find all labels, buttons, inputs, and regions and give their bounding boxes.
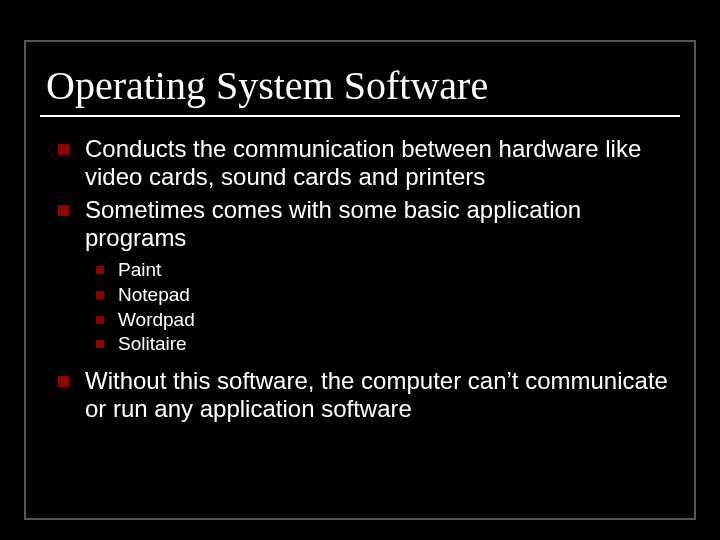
slide-title: Operating System Software — [40, 62, 680, 109]
sub-bullet-text: Notepad — [118, 283, 670, 308]
square-bullet-icon — [58, 205, 69, 216]
sub-bullet-text: Wordpad — [118, 308, 670, 333]
sub-bullet-text: Solitaire — [118, 332, 670, 357]
sub-bullet-list: Paint Notepad Wordpad Solitaire — [40, 258, 680, 357]
square-bullet-icon — [96, 291, 104, 299]
square-bullet-icon — [58, 376, 69, 387]
bullet-item: Conducts the communication between hardw… — [58, 135, 670, 192]
bullet-text: Sometimes comes with some basic applicat… — [85, 196, 670, 253]
bullet-item: Without this software, the computer can’… — [58, 367, 670, 424]
slide: Operating System Software Conducts the c… — [0, 0, 720, 540]
sub-bullet-item: Notepad — [96, 283, 670, 308]
sub-bullet-item: Solitaire — [96, 332, 670, 357]
bullet-list-continued: Without this software, the computer can’… — [40, 367, 680, 424]
square-bullet-icon — [96, 316, 104, 324]
square-bullet-icon — [96, 340, 104, 348]
square-bullet-icon — [58, 144, 69, 155]
bullet-text: Conducts the communication between hardw… — [85, 135, 670, 192]
bullet-text: Without this software, the computer can’… — [85, 367, 670, 424]
sub-bullet-text: Paint — [118, 258, 670, 283]
bullet-list: Conducts the communication between hardw… — [40, 135, 680, 252]
title-underline — [40, 115, 680, 117]
bullet-item: Sometimes comes with some basic applicat… — [58, 196, 670, 253]
sub-bullet-item: Wordpad — [96, 308, 670, 333]
sub-bullet-item: Paint — [96, 258, 670, 283]
square-bullet-icon — [96, 266, 104, 274]
